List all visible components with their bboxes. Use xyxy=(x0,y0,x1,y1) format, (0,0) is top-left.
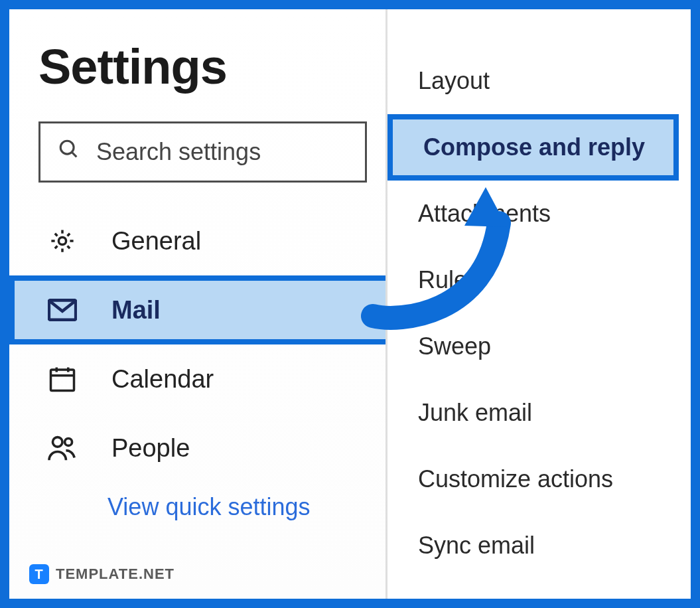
category-label: General xyxy=(111,227,201,256)
category-mail[interactable]: Mail xyxy=(9,275,385,344)
watermark-text: TEMPLATE.NET xyxy=(56,566,175,583)
svg-rect-4 xyxy=(51,370,74,391)
svg-point-2 xyxy=(58,237,66,244)
settings-subpane: Layout Compose and reply Attachments Rul… xyxy=(387,9,691,599)
watermark: T TEMPLATE.NET xyxy=(29,564,175,584)
search-icon xyxy=(58,138,80,167)
sub-item-customize-actions[interactable]: Customize actions xyxy=(387,446,691,512)
category-label: Mail xyxy=(111,296,161,325)
category-label: People xyxy=(111,434,190,463)
gear-icon xyxy=(46,227,78,255)
svg-point-17 xyxy=(65,438,72,445)
view-quick-settings-link[interactable]: View quick settings xyxy=(38,493,367,521)
sub-item-rules[interactable]: Rules xyxy=(387,247,691,313)
search-placeholder: Search settings xyxy=(96,138,261,166)
category-label: Calendar xyxy=(111,365,214,394)
watermark-badge-icon: T xyxy=(29,564,49,584)
svg-line-1 xyxy=(72,152,76,157)
mail-icon xyxy=(46,299,78,321)
sub-item-sync-email[interactable]: Sync email xyxy=(387,512,691,579)
annotated-screenshot: Settings Search settings General Mail Ca xyxy=(0,0,700,608)
svg-point-16 xyxy=(52,437,62,447)
sub-item-attachments[interactable]: Attachments xyxy=(387,181,691,247)
category-calendar[interactable]: Calendar xyxy=(38,344,367,414)
sub-item-sweep[interactable]: Sweep xyxy=(387,313,691,380)
sub-item-junk-email[interactable]: Junk email xyxy=(387,380,691,446)
search-settings-input[interactable]: Search settings xyxy=(38,121,367,183)
calendar-icon xyxy=(46,365,78,393)
sub-item-layout[interactable]: Layout xyxy=(387,48,691,114)
category-general[interactable]: General xyxy=(38,206,367,275)
settings-nav-pane: Settings Search settings General Mail Ca xyxy=(9,9,387,599)
svg-point-0 xyxy=(60,141,74,154)
sub-item-compose-reply[interactable]: Compose and reply xyxy=(387,114,679,181)
page-title: Settings xyxy=(38,38,367,95)
category-people[interactable]: People xyxy=(38,414,367,483)
people-icon xyxy=(46,435,78,461)
